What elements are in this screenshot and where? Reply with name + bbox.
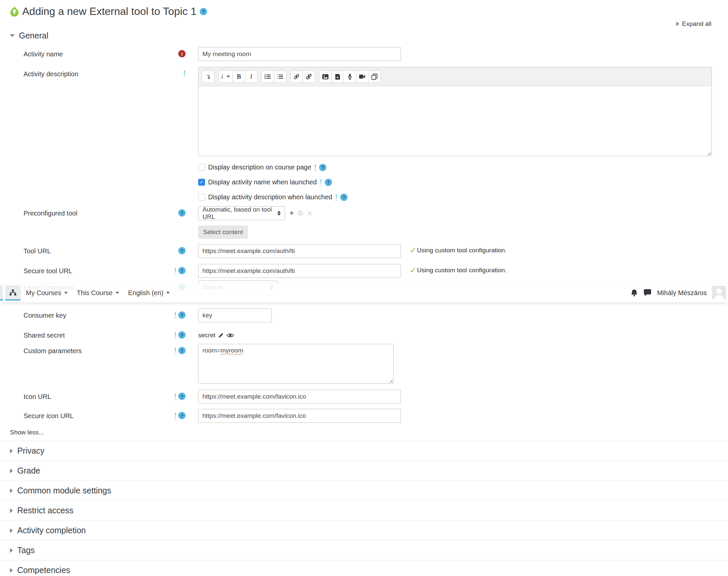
page-title: Adding a new External tool to Topic 1 xyxy=(22,5,196,18)
nav-this-course[interactable]: This Course xyxy=(77,289,119,297)
display-description-checkbox[interactable] xyxy=(198,164,205,171)
custom-parameters-textarea[interactable]: room=myroom xyxy=(198,344,394,384)
chevron-down-icon xyxy=(166,292,170,294)
display-activity-description-checkbox[interactable] xyxy=(198,194,205,201)
chevron-down-icon xyxy=(116,292,119,294)
chevron-down-icon xyxy=(64,292,68,294)
help-icon[interactable]: ? xyxy=(178,393,186,400)
insert-media-icon[interactable] xyxy=(331,70,344,83)
activity-name-input[interactable] xyxy=(198,47,401,61)
manage-files-icon[interactable] xyxy=(368,70,381,83)
page: Adding a new External tool to Topic 1 ? … xyxy=(0,0,728,576)
nav-language[interactable]: English (en) xyxy=(128,289,170,297)
nav-links: My Courses This Course English (en) xyxy=(26,289,170,297)
edit-tool-gear-icon: ⚙ xyxy=(297,209,304,218)
sticky-navbar: My Courses This Course English (en) Mihá… xyxy=(0,283,728,303)
secure-tool-url-input[interactable] xyxy=(198,264,401,278)
section-grade[interactable]: Grade xyxy=(0,461,728,476)
editor-content-area[interactable] xyxy=(199,86,711,156)
chevron-right-icon xyxy=(10,548,13,553)
paragraph-styles-icon[interactable]: i xyxy=(218,70,233,83)
advanced-icon: ! xyxy=(174,347,176,354)
collapse-toolbar-icon[interactable]: ↴ xyxy=(202,70,214,83)
section-restrict-access[interactable]: Restrict access xyxy=(0,500,728,515)
expand-all-link[interactable]: Expand all xyxy=(0,20,728,28)
consumer-key-input[interactable] xyxy=(198,308,272,322)
sitemap-tab[interactable] xyxy=(5,285,21,300)
unordered-list-icon[interactable] xyxy=(262,70,274,83)
help-icon[interactable]: ? xyxy=(178,247,186,254)
section-activity-completion[interactable]: Activity completion xyxy=(0,520,728,535)
section-privacy[interactable]: Privacy xyxy=(0,441,728,456)
secure-icon-url-input[interactable] xyxy=(198,409,401,423)
secure-tool-url-status: ✓ Using custom tool configuration. xyxy=(410,266,506,275)
section-common-module-settings[interactable]: Common module settings xyxy=(0,481,728,495)
section-competencies[interactable]: Competencies xyxy=(0,560,728,575)
check-icon: ✓ xyxy=(410,266,416,275)
user-name[interactable]: Mihály Mészáros xyxy=(657,289,707,297)
row-icon-url: Icon URL !? xyxy=(0,390,728,404)
chevron-right-icon xyxy=(10,508,13,513)
tool-url-status: ✓ Using custom tool configuration. xyxy=(410,246,506,255)
section-tags[interactable]: Tags xyxy=(0,540,728,555)
required-icon: ! xyxy=(178,50,186,57)
preconfigured-tool-label: Preconfigured tool xyxy=(0,206,153,217)
row-shared-secret: Shared secret !? secret xyxy=(0,328,728,339)
icon-url-input[interactable] xyxy=(198,390,401,404)
italic-icon[interactable]: I xyxy=(245,70,257,83)
resize-handle[interactable] xyxy=(388,378,393,383)
help-icon[interactable]: ? xyxy=(325,179,332,186)
add-tool-icon[interactable]: + xyxy=(290,209,294,218)
help-icon[interactable]: ? xyxy=(178,209,186,217)
checkbox-label: Display activity description when launch… xyxy=(208,193,332,201)
nav-my-courses[interactable]: My Courses xyxy=(26,289,68,297)
bold-icon[interactable]: B xyxy=(233,70,245,83)
help-icon[interactable]: ? xyxy=(178,412,186,419)
row-secure-tool-url: Secure tool URL !? ✓ Using custom tool c… xyxy=(0,264,728,278)
section-header-general[interactable]: General xyxy=(0,31,728,40)
advanced-icon: ! xyxy=(314,164,316,171)
advanced-icon: ! xyxy=(174,332,176,339)
nav-edge-tab[interactable] xyxy=(0,285,3,300)
tool-url-input[interactable] xyxy=(198,244,401,258)
shared-secret-label: Shared secret xyxy=(0,328,153,339)
row-secure-icon-url: Secure icon URL !? xyxy=(0,409,728,423)
help-icon[interactable]: ? xyxy=(319,164,326,171)
messages-icon[interactable] xyxy=(643,289,652,296)
sitemap-icon xyxy=(9,289,17,296)
advanced-icon: ! xyxy=(174,412,176,419)
preconfigured-tool-select[interactable]: Automatic, based on tool URL xyxy=(198,206,285,220)
checkbox-row-display-description: Display description on course page ! ? xyxy=(198,164,728,171)
select-arrows-icon xyxy=(277,211,281,215)
edit-pencil-icon[interactable] xyxy=(218,332,224,338)
avatar[interactable] xyxy=(712,286,726,300)
show-secret-eye-icon[interactable] xyxy=(226,333,234,338)
record-audio-icon[interactable] xyxy=(344,70,356,83)
resize-handle[interactable] xyxy=(706,151,711,155)
custom-parameters-label: Custom parameters xyxy=(0,344,153,355)
select-content-button[interactable]: Select content xyxy=(198,226,248,239)
show-less-link[interactable]: Show less... xyxy=(0,429,728,436)
secure-icon-url-label: Secure icon URL xyxy=(0,409,153,420)
record-video-icon[interactable] xyxy=(356,70,368,83)
help-icon[interactable]: ? xyxy=(178,347,186,354)
row-consumer-key: Consumer key !? xyxy=(0,308,728,322)
insert-image-icon[interactable] xyxy=(319,70,332,83)
delete-tool-icon: ✕ xyxy=(307,209,312,217)
shared-secret-value: secret xyxy=(198,332,215,339)
help-icon[interactable]: ? xyxy=(178,311,186,319)
notifications-bell-icon[interactable] xyxy=(631,289,638,297)
help-icon[interactable]: ? xyxy=(178,267,186,274)
navbar-right: Mihály Mészáros xyxy=(631,286,728,300)
unlink-icon[interactable] xyxy=(303,70,315,83)
help-icon[interactable]: ? xyxy=(340,194,347,201)
chevron-right-icon xyxy=(10,568,13,573)
link-icon[interactable] xyxy=(290,70,303,83)
title-help-icon[interactable]: ? xyxy=(200,8,207,15)
chevron-right-icon xyxy=(10,528,13,533)
chevron-right-icon xyxy=(10,488,13,493)
misspelled-word: myroom xyxy=(220,347,243,354)
help-icon[interactable]: ? xyxy=(178,331,186,339)
ordered-list-icon[interactable] xyxy=(274,70,286,83)
display-activity-name-checkbox[interactable] xyxy=(198,179,205,186)
